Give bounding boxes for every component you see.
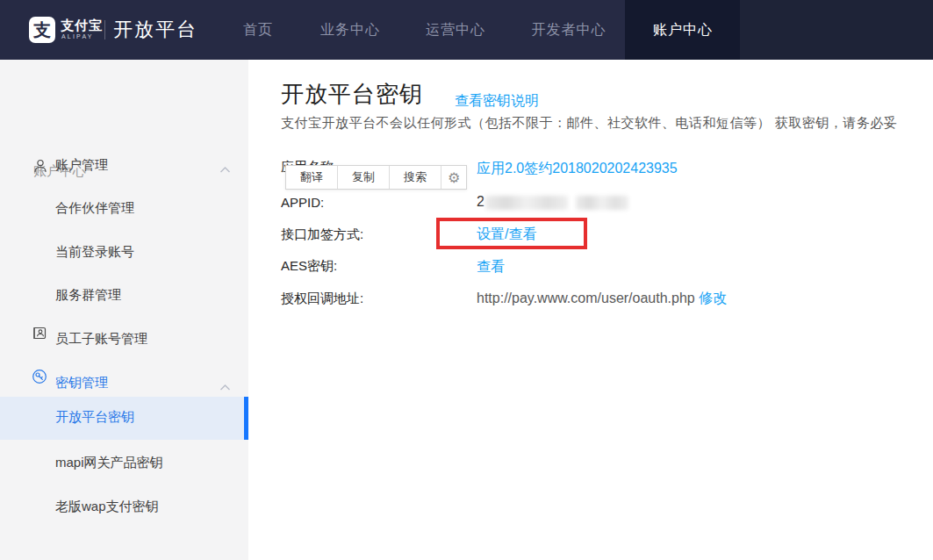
set-view-sign-link[interactable]: 设置/查看 [477, 226, 536, 244]
top-navbar: 支 支付宝 ALIPAY 开放平台 首页 业务中心 运营中心 开发者中心 账户中… [0, 0, 933, 60]
view-key-instructions-link[interactable]: 查看密钥说明 [455, 92, 539, 111]
nav-item-developer-center[interactable]: 开发者中心 [532, 21, 606, 39]
appid-blurred-segment [485, 196, 568, 210]
key-search-icon [32, 369, 47, 384]
alipay-brand-en: ALIPAY [61, 33, 94, 39]
nav-item-account-center[interactable]: 账户中心 [653, 21, 713, 39]
sidebar: 账户中心 账户管理 合作伙伴管理 当前登录账号 服务群管理 员工子账号管理 密钥… [0, 60, 248, 560]
search-button[interactable]: 搜索 [390, 166, 441, 189]
alipay-logo-icon[interactable]: 支 [29, 17, 55, 43]
sidebar-item-mapi-gateway-key[interactable]: mapi网关产品密钥 [55, 455, 163, 471]
person-icon [32, 158, 48, 174]
sidebar-item-partner-management[interactable]: 合作伙伴管理 [55, 200, 134, 217]
appid-blurred-segment [576, 196, 628, 210]
appid-visible-digit: 2 [477, 194, 484, 209]
sidebar-item-account-management[interactable]: 账户管理 [55, 157, 108, 174]
nav-item-business-center[interactable]: 业务中心 [320, 21, 380, 39]
alipay-brand-cn: 支付宝 [61, 18, 103, 34]
sidebar-item-open-platform-key[interactable]: 开放平台密钥 [0, 397, 248, 440]
callback-url-row: http://pay.www.com/user/oauth.php 修改 [477, 290, 727, 308]
nav-item-home[interactable]: 首页 [243, 21, 273, 39]
selected-indicator-bar [244, 397, 248, 440]
view-aes-key-link[interactable]: 查看 [477, 258, 505, 276]
gear-icon[interactable]: ⚙ [441, 166, 466, 189]
sidebar-item-legacy-wap-pay-key[interactable]: 老版wap支付密钥 [55, 499, 159, 515]
nav-item-operation-center[interactable]: 运营中心 [426, 21, 485, 39]
sidebar-item-current-login-account[interactable]: 当前登录账号 [55, 244, 134, 261]
sidebar-item-label: 开放平台密钥 [55, 409, 134, 426]
app-name-value-link[interactable]: 应用2.0签约2018020202423935 [477, 160, 678, 178]
callback-url-label: 授权回调地址: [281, 291, 363, 307]
navbar-right-segment [740, 0, 933, 60]
sidebar-item-service-group-management[interactable]: 服务群管理 [55, 287, 121, 304]
logo-divider [104, 20, 105, 39]
sidebar-item-employee-subaccount-management[interactable]: 员工子账号管理 [55, 331, 147, 348]
page-title: 开放平台密钥 [281, 79, 423, 110]
callback-url-value: http://pay.www.com/user/oauth.php [477, 291, 695, 305]
sidebar-item-key-management[interactable]: 密钥管理 [55, 375, 108, 391]
modify-callback-link[interactable]: 修改 [699, 291, 727, 305]
sign-method-label: 接口加签方式: [281, 226, 363, 243]
appid-label: APPID: [281, 195, 324, 210]
badge-icon [32, 326, 47, 341]
product-name: 开放平台 [113, 17, 197, 43]
chevron-up-icon[interactable] [219, 162, 231, 169]
aes-key-label: AES密钥: [281, 258, 337, 275]
appid-value: 2 [477, 194, 628, 210]
translate-button[interactable]: 翻译 [286, 166, 338, 189]
text-selection-popup: 翻译 复制 搜索 ⚙ [285, 165, 467, 190]
copy-button[interactable]: 复制 [338, 166, 390, 189]
chevron-up-icon[interactable] [219, 379, 231, 387]
security-notice-text: 支付宝开放平台不会以任何形式（包括不限于：邮件、社交软件、电话和短信等） 获取密… [281, 115, 933, 132]
